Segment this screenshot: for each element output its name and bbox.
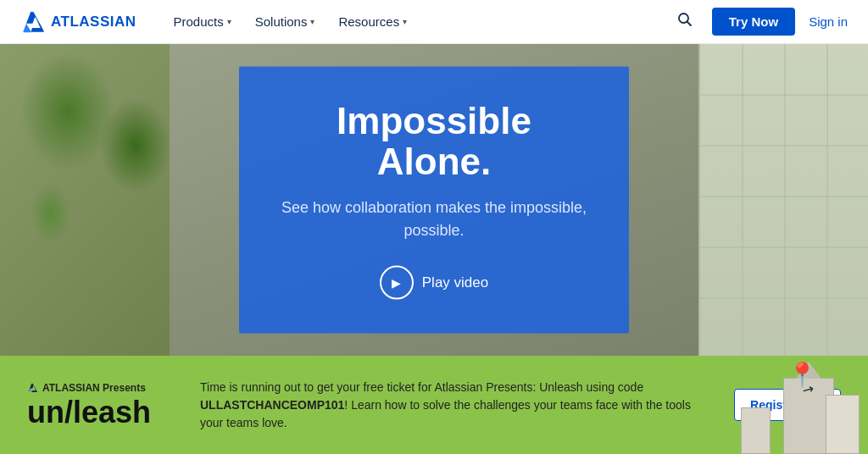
- search-button[interactable]: [671, 6, 698, 37]
- atlassian-logo-icon: [20, 10, 44, 34]
- resources-chevron-icon: ▾: [403, 17, 407, 26]
- hero-title: Impossible Alone.: [280, 101, 588, 183]
- play-video-button[interactable]: ▶ Play video: [380, 265, 488, 299]
- atlassian-small-logo-icon: [27, 383, 37, 393]
- logo-text: ATLASSIAN: [51, 14, 136, 30]
- banner-unleash-text: un/leash: [27, 397, 180, 428]
- svg-rect-2: [700, 44, 868, 356]
- hero-subtitle: See how collaboration makes the impossib…: [280, 196, 588, 241]
- navbar: ATLASSIAN Products ▾ Solutions ▾ Resourc…: [0, 0, 868, 44]
- svg-line-1: [687, 22, 691, 26]
- play-icon: ▶: [380, 265, 414, 299]
- nav-products[interactable]: Products ▾: [164, 8, 242, 36]
- banner-presents-text: ATLASSIAN Presents: [42, 382, 146, 394]
- navbar-actions: Try Now Sign in: [671, 6, 848, 37]
- nav-resources[interactable]: Resources ▾: [328, 8, 417, 36]
- banner-code: ULLASTCHANCEOMP101: [200, 398, 344, 412]
- try-now-button[interactable]: Try Now: [712, 8, 795, 36]
- city-illustration: 📍 ↗: [741, 369, 860, 454]
- main-nav: Products ▾ Solutions ▾ Resources ▾: [164, 8, 671, 36]
- nav-solutions[interactable]: Solutions ▾: [245, 8, 326, 36]
- building-right: [826, 395, 860, 454]
- building-svg: [700, 44, 868, 356]
- solutions-label: Solutions: [255, 14, 308, 29]
- banner-map-area: 📍 ↗: [732, 356, 868, 454]
- banner-presents: ATLASSIAN Presents: [27, 382, 180, 394]
- hero-card: Impossible Alone. See how collaboration …: [239, 67, 629, 334]
- search-icon: [676, 11, 693, 28]
- products-label: Products: [174, 14, 224, 29]
- resources-label: Resources: [338, 14, 399, 29]
- products-chevron-icon: ▾: [227, 17, 231, 26]
- logo[interactable]: ATLASSIAN: [20, 10, 136, 34]
- banner-text-prefix: Time is running out to get your free tic…: [200, 380, 643, 394]
- banner-logo-area: ATLASSIAN Presents un/leash: [27, 382, 180, 428]
- building-left: [741, 407, 771, 454]
- hero-section: Impossible Alone. See how collaboration …: [0, 44, 868, 356]
- promo-banner: ATLASSIAN Presents un/leash Time is runn…: [0, 356, 868, 454]
- sign-in-link[interactable]: Sign in: [809, 14, 848, 29]
- play-label: Play video: [422, 274, 488, 291]
- hero-right-building: [698, 44, 868, 356]
- solutions-chevron-icon: ▾: [310, 17, 314, 26]
- banner-description: Time is running out to get your free tic…: [200, 379, 714, 432]
